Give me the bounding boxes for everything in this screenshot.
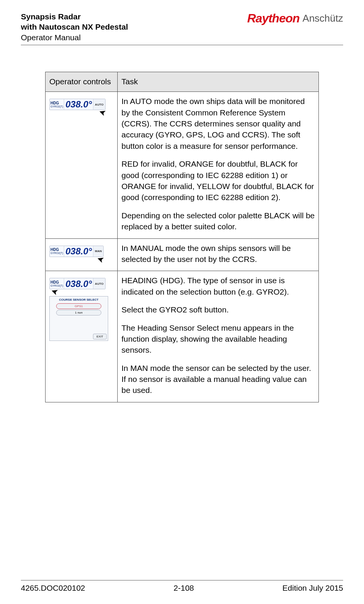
heading-value: 038.0° — [64, 278, 93, 289]
task-paragraph: Depending on the selected color palette … — [121, 210, 315, 232]
table-row: HDG GYRO2(T) ➤ 038.0° AUTO COURSE SENSOR… — [46, 271, 319, 402]
task-paragraph: RED for invalid, ORANGE for doubtful, BL… — [121, 158, 315, 203]
hdg-display-widget[interactable]: HDG GYRO2(T) ➤ 038.0° AUTO — [49, 278, 106, 289]
exit-button[interactable]: EXIT — [93, 334, 107, 339]
task-paragraph: In MANUAL mode the own ships sensors wil… — [121, 243, 315, 265]
task-paragraph: In AUTO mode the own ships data will be … — [121, 96, 315, 151]
course-sensor-select-menu: COURSE SENSOR SELECT GPS1 1 non EXIT — [49, 296, 108, 341]
sensor-option[interactable]: 1 non — [56, 310, 101, 315]
controls-cell: HDG GYRO2(T) 038.0° AUTO ➤ — [46, 92, 118, 238]
footer-separator — [21, 580, 343, 580]
gyro-soft-button[interactable]: HDG GYRO2(T) — [50, 246, 64, 257]
page-footer: 4265.DOC020102 2-108 Edition July 2015 — [21, 580, 343, 593]
gyro-source-label: GYRO2(T) — [50, 284, 63, 287]
heading-value: 038.0° — [64, 246, 93, 257]
hdg-display-widget[interactable]: HDG GYRO2(T) 038.0° MAN ➤ — [49, 246, 104, 257]
header-separator — [21, 45, 343, 45]
page-number: 2-108 — [173, 583, 194, 593]
sensor-option[interactable]: GPS1 — [56, 303, 101, 309]
mode-soft-button[interactable]: AUTO — [93, 99, 105, 110]
table-header-task: Task — [118, 72, 319, 91]
gyro-source-label: GYRO2(T) — [50, 252, 63, 254]
controls-cell: HDG GYRO2(T) ➤ 038.0° AUTO COURSE SENSOR… — [46, 271, 118, 402]
raytheon-logo-text: Raytheon — [247, 11, 299, 25]
hdg-label: HDG — [50, 281, 63, 284]
gyro-soft-button[interactable]: HDG GYRO2(T) ➤ — [50, 278, 64, 289]
task-paragraph: The Heading Sensor Select menu appears i… — [121, 322, 315, 356]
hdg-label: HDG — [50, 248, 63, 252]
task-paragraph: HEADING (HDG). The type of sensor in use… — [121, 275, 315, 297]
hdg-display-widget[interactable]: HDG GYRO2(T) 038.0° AUTO ➤ — [49, 99, 106, 110]
page-header: Synapsis Radar with Nautoscan NX Pedesta… — [21, 11, 343, 43]
doc-title-block: Synapsis Radar with Nautoscan NX Pedesta… — [21, 11, 128, 43]
manual-subtitle: Operator Manual — [21, 32, 128, 43]
mode-soft-button[interactable]: AUTO — [93, 278, 105, 289]
product-title-line1: Synapsis Radar — [21, 11, 128, 22]
operator-controls-table: Operator controls Task HDG GYRO2(T) 038.… — [45, 72, 319, 402]
product-title-line2: with Nautoscan NX Pedestal — [21, 22, 128, 32]
cursor-pointer-icon: ➤ — [50, 287, 59, 297]
hdg-label: HDG — [50, 101, 63, 105]
heading-value: 038.0° — [64, 99, 93, 110]
task-cell: In MANUAL mode the own ships sensors wil… — [118, 238, 319, 271]
edition: Edition July 2015 — [282, 583, 343, 593]
brand-logo: Raytheon Anschütz — [247, 11, 343, 25]
doc-id: 4265.DOC020102 — [21, 583, 85, 593]
anschutz-logo-text: Anschütz — [303, 13, 343, 24]
table-row: HDG GYRO2(T) 038.0° AUTO ➤ In AUTO mode … — [46, 92, 319, 238]
table-header-controls: Operator controls — [46, 72, 118, 91]
gyro-source-label: GYRO2(T) — [50, 105, 63, 108]
gyro-soft-button[interactable]: HDG GYRO2(T) — [50, 99, 64, 110]
controls-cell: HDG GYRO2(T) 038.0° MAN ➤ — [46, 238, 118, 271]
menu-title: COURSE SENSOR SELECT — [51, 298, 107, 302]
task-cell: HEADING (HDG). The type of sensor in use… — [118, 271, 319, 402]
task-paragraph: Select the GYRO2 soft button. — [121, 304, 315, 315]
table-row: HDG GYRO2(T) 038.0° MAN ➤ In MANUAL mode… — [46, 238, 319, 271]
task-paragraph: In MAN mode the sensor can be selected b… — [121, 363, 315, 396]
task-cell: In AUTO mode the own ships data will be … — [118, 92, 319, 238]
mode-soft-button[interactable]: MAN — [93, 246, 103, 257]
